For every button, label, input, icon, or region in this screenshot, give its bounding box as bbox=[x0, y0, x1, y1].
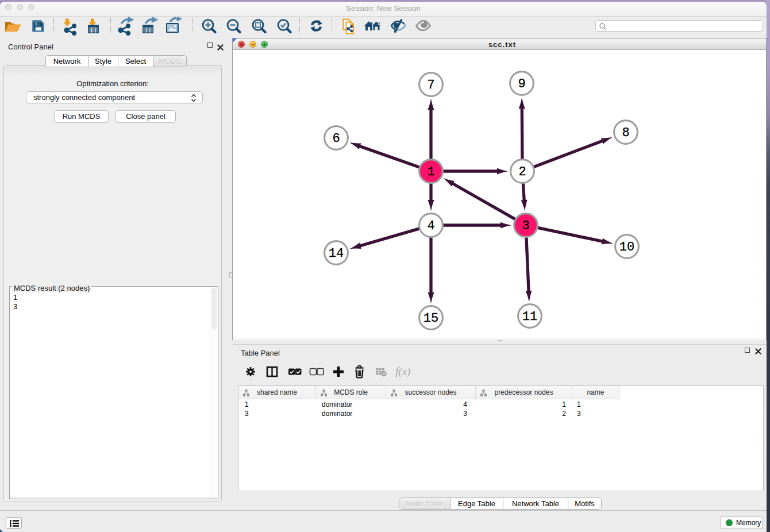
svg-text:15: 15 bbox=[424, 311, 438, 326]
svg-text:14: 14 bbox=[329, 246, 344, 261]
svg-text:4: 4 bbox=[427, 219, 434, 233]
svg-text:7: 7 bbox=[427, 78, 434, 92]
svg-text:3: 3 bbox=[522, 219, 529, 233]
svg-text:11: 11 bbox=[522, 310, 537, 324]
svg-text:f(x): f(x) bbox=[395, 365, 410, 378]
svg-text:10: 10 bbox=[619, 240, 634, 255]
svg-text:2: 2 bbox=[518, 165, 526, 179]
svg-text:9: 9 bbox=[518, 77, 525, 91]
svg-text:6: 6 bbox=[332, 132, 340, 146]
svg-text:8: 8 bbox=[622, 126, 629, 140]
svg-text:1: 1 bbox=[427, 165, 434, 179]
